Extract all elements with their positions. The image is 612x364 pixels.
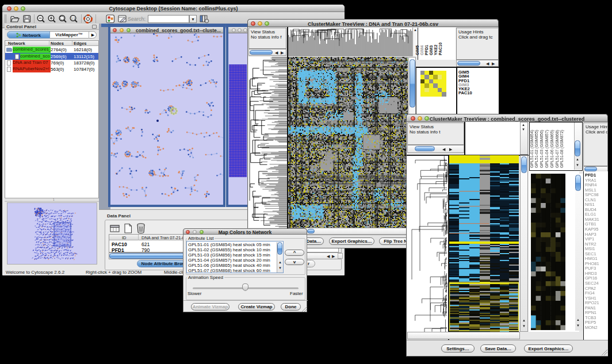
svg-text:1:1: 1:1 xyxy=(71,17,75,20)
